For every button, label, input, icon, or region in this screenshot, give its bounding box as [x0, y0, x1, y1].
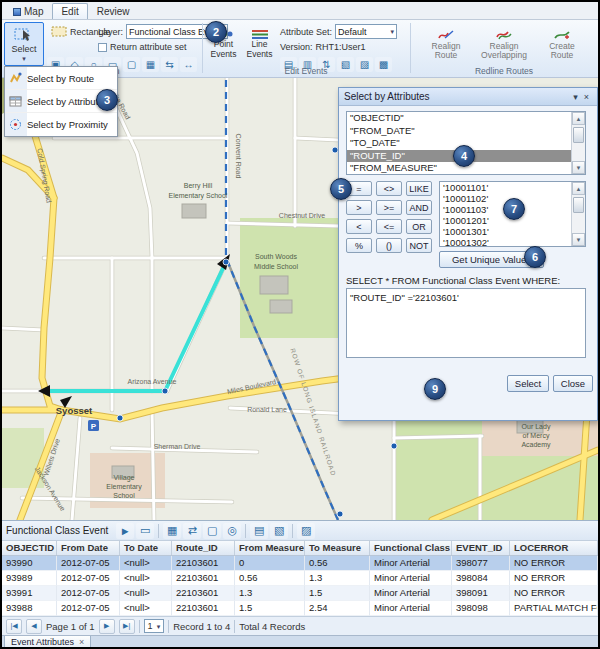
tab-review[interactable]: Review — [88, 3, 139, 19]
map-label: Convent Road — [235, 134, 242, 179]
scroll-down-icon[interactable]: ▼ — [572, 233, 585, 246]
first-page-button[interactable]: |◀ — [6, 619, 22, 634]
dialog-close-icon[interactable]: × — [581, 92, 592, 102]
clear-selection-icon[interactable]: ▢ — [203, 523, 221, 539]
table-cell: 93989 — [2, 571, 57, 586]
line-events-button[interactable]: Line Events — [243, 22, 276, 66]
map-park-area — [240, 218, 340, 338]
scroll-up-icon[interactable]: ▲ — [572, 112, 585, 125]
scrollbar-thumb[interactable] — [573, 127, 584, 143]
scroll-up-icon[interactable]: ▲ — [572, 182, 585, 195]
svg-text:P: P — [91, 422, 97, 431]
chevron-down-icon: ▾ — [22, 55, 26, 62]
operator-notequal-button[interactable]: <> — [376, 181, 402, 196]
table-cell: PARTIAL MATCH FOR THE TO- — [510, 601, 598, 616]
fields-scrollbar[interactable]: ▲ ▼ — [571, 112, 585, 174]
column-header-event-id[interactable]: EVENT_ID — [452, 541, 510, 555]
column-header-to-measure[interactable]: To Measure — [305, 541, 370, 555]
map-label: Academy — [521, 441, 551, 449]
callout-9: 9 — [424, 378, 446, 400]
column-header-route-id[interactable]: Route_ID — [172, 541, 235, 555]
tab-close-icon[interactable]: × — [79, 637, 84, 647]
column-header-objectid[interactable]: OBJECTID — [2, 541, 57, 555]
column-header-to-date[interactable]: To Date — [120, 541, 172, 555]
field-item[interactable]: "OBJECTID" — [347, 112, 571, 125]
prev-page-button[interactable]: ◀ — [26, 619, 42, 634]
realign-overlapping-button[interactable]: Realign Overlapping — [475, 22, 533, 66]
tab-map-label: Map — [24, 6, 43, 17]
attribute-set-value: Default — [338, 27, 367, 37]
realign-route-label: Realign Route — [421, 42, 471, 61]
operator-gte-button[interactable]: >= — [376, 200, 402, 215]
edit-attributes-icon[interactable]: ▨ — [297, 523, 315, 539]
operator-percent-button[interactable]: % — [346, 238, 372, 253]
dialog-titlebar[interactable]: Select by Attributes ▾ × — [339, 88, 597, 106]
table-cell: 398084 — [452, 571, 510, 586]
operator-or-button[interactable]: OR — [406, 219, 432, 234]
table-cell: NO ERROR — [510, 586, 598, 601]
menu-item-select-by-route[interactable]: Select by Route — [5, 67, 117, 90]
switch-selection-icon[interactable]: ⇄ — [183, 523, 201, 539]
table-row[interactable]: 93991 2012-07-05 <null> 22103601 1.3 1.5… — [2, 586, 598, 601]
operator-gt-button[interactable]: > — [346, 200, 372, 215]
dialog-menu-caret-icon[interactable]: ▾ — [570, 92, 581, 102]
related-tables-icon[interactable]: ▤ — [250, 523, 268, 539]
operator-not-button[interactable]: NOT — [406, 238, 432, 253]
table-row[interactable]: 93989 2012-07-05 <null> 22103601 0.56 1.… — [2, 571, 598, 586]
select-tool-button[interactable]: Select ▾ — [4, 22, 44, 66]
table-row[interactable]: 93988 2012-07-05 <null> 22103601 1.5 2.5… — [2, 601, 598, 616]
column-header-from-date[interactable]: From Date — [57, 541, 120, 555]
version-label: Version: — [280, 42, 313, 52]
dialog-select-button[interactable]: Select — [507, 375, 549, 392]
table-cell: <null> — [120, 571, 172, 586]
tab-edit[interactable]: Edit — [52, 3, 87, 19]
select-by-attributes-icon — [9, 95, 22, 108]
tab-event-attributes[interactable]: Event Attributes × — [4, 636, 91, 648]
callout-6: 6 — [524, 246, 546, 268]
rectangle-select-icon[interactable]: ▭ — [136, 523, 154, 539]
attribute-set-dropdown[interactable]: Default ▾ — [335, 24, 397, 39]
operator-lte-button[interactable]: <= — [376, 219, 402, 234]
column-header-functional-class[interactable]: Functional Class — [370, 541, 452, 555]
map-label: Chestnut Drive — [279, 212, 325, 219]
value-item[interactable]: '10001101' — [440, 182, 571, 193]
operator-like-button[interactable]: LIKE — [406, 181, 432, 196]
scrollbar-thumb[interactable] — [573, 197, 584, 213]
value-item[interactable]: '10001301' — [440, 226, 571, 237]
menu-item-select-by-proximity[interactable]: Select by Proximity — [5, 113, 117, 136]
field-item[interactable]: "FROM_DATE" — [347, 125, 571, 138]
column-header-from-measure[interactable]: From Measure — [235, 541, 305, 555]
table-row-selected[interactable]: 93990 2012-07-05 <null> 22103601 0 0.56 … — [2, 556, 598, 571]
dialog-close-button[interactable]: Close — [553, 375, 593, 392]
column-header-locerror[interactable]: LOCERROR — [510, 541, 598, 555]
attribute-set-label: Attribute Set: — [280, 27, 332, 37]
table-title: Functional Class Event — [6, 525, 108, 536]
attribute-table-icon[interactable]: ▦ — [163, 523, 181, 539]
where-clause-input[interactable]: "ROUTE_ID" ='22103601' — [346, 288, 586, 358]
zoom-to-selection-icon[interactable]: ◎ — [223, 523, 241, 539]
return-attribute-set-checkbox[interactable] — [98, 43, 107, 52]
last-page-button[interactable]: ▶| — [119, 619, 135, 634]
select-records-icon[interactable]: ► — [116, 523, 134, 539]
operator-lt-button[interactable]: < — [346, 219, 372, 234]
page-size-dropdown[interactable]: 1 ▾ — [144, 619, 165, 633]
operator-and-button[interactable]: AND — [406, 200, 432, 215]
tab-review-label: Review — [97, 6, 130, 17]
operator-parens-button[interactable]: () — [376, 238, 402, 253]
values-scrollbar[interactable]: ▲ ▼ — [571, 182, 585, 246]
bottom-tabbar: Event Attributes × — [2, 635, 598, 648]
value-item[interactable]: '10001302' — [440, 237, 571, 246]
realign-route-button[interactable]: Realign Route — [420, 22, 472, 66]
field-view-icon[interactable]: ▧ — [270, 523, 288, 539]
map-label: Arizona Avenue — [128, 378, 177, 385]
next-page-button[interactable]: ▶ — [99, 619, 115, 634]
map-building — [270, 300, 292, 313]
select-by-route-icon — [9, 72, 22, 85]
table-cell: 22103601 — [172, 586, 235, 601]
map-tab-icon — [13, 8, 21, 16]
table-cell: Minor Arterial — [370, 586, 452, 601]
tab-map[interactable]: Map — [4, 3, 52, 19]
scroll-down-icon[interactable]: ▼ — [572, 161, 585, 174]
create-route-button[interactable]: Create Route — [536, 22, 588, 66]
table-cell: 93991 — [2, 586, 57, 601]
